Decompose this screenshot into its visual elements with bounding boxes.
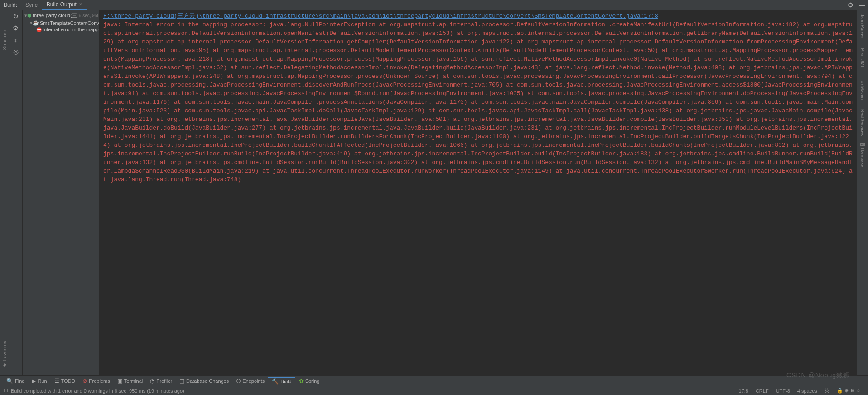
structure-tool[interactable]: Structure xyxy=(2,30,7,50)
db-icon: ◫ xyxy=(179,378,184,384)
status-right-icons[interactable]: 🔒 ⊕ 🖥 ☆ xyxy=(833,388,864,394)
tree-file[interactable]: ▾ ☕ SmsTemplateContentConvert.ja xyxy=(24,19,98,26)
status-bar: ☐ Build completed with 1 error and 0 war… xyxy=(0,386,868,395)
tab-sync[interactable]: Sync xyxy=(21,1,42,9)
build-tab-bar: Build: Sync Build Output× ⚙ — xyxy=(0,0,868,10)
error-icon: ⛔ xyxy=(36,27,42,32)
terminal-icon: ▣ xyxy=(117,378,122,384)
profiler-icon: ◔ xyxy=(150,378,154,384)
caret-position[interactable]: 17:8 xyxy=(735,388,752,394)
filter-icon[interactable]: ⚙ xyxy=(13,24,19,32)
build-output-console[interactable]: H:\three-party-cloud(三方云)\three-party-cl… xyxy=(100,10,856,375)
restservices-tool[interactable]: RestServices xyxy=(860,109,865,136)
encoding[interactable]: UTF-8 xyxy=(772,388,794,394)
hammer-icon: 🔨 xyxy=(272,378,279,385)
minimize-icon[interactable]: — xyxy=(856,1,868,9)
build-toolbar: ↻ ⚙ ↕ ◎ xyxy=(9,10,23,375)
status-message: Build completed with 1 error and 0 warni… xyxy=(11,388,735,394)
database-tool[interactable]: 🗄 Database xyxy=(860,142,865,168)
expand-icon[interactable]: ↕ xyxy=(14,36,17,43)
maven-tool[interactable]: m Maven xyxy=(860,81,865,100)
spring-icon: ✿ xyxy=(299,378,304,384)
build-tool[interactable]: 🔨Build xyxy=(268,377,295,385)
ime-status[interactable]: 英 xyxy=(821,387,833,394)
module-icon: ⬢ xyxy=(27,13,32,19)
bottom-tool-bar: 🔍Find ▶Run ☲TODO ⊘Problems ▣Terminal ◔Pr… xyxy=(0,375,868,386)
warning-icon: ⊘ xyxy=(82,378,87,384)
error-path-link[interactable]: H:\three-party-cloud(三方云)\three-party-cl… xyxy=(103,13,658,19)
jsonparser-tool[interactable]: Json Parser xyxy=(860,14,865,38)
gear-icon[interactable]: ⚙ xyxy=(845,1,856,9)
endpoints-tool[interactable]: ⬡Endpoints xyxy=(232,378,268,384)
right-tool-strip: Json Parser PlantUML m Maven RestService… xyxy=(856,10,868,375)
build-label: Build: xyxy=(4,2,17,8)
build-tree: ▾ ⬢ three-party-cloud(三 6 sec, 950 ms ▾ … xyxy=(23,10,100,375)
todo-icon: ☲ xyxy=(54,378,59,384)
line-separator[interactable]: CRLF xyxy=(752,388,772,394)
spring-tool[interactable]: ✿Spring xyxy=(295,378,323,384)
todo-tool[interactable]: ☲TODO xyxy=(51,378,79,384)
close-icon[interactable]: × xyxy=(79,1,82,8)
left-tool-strip: Structure ★ Favorites xyxy=(0,10,9,375)
search-icon: 🔍 xyxy=(6,378,13,384)
problems-tool[interactable]: ⊘Problems xyxy=(79,378,113,384)
tree-error[interactable]: ⛔ Internal error in the mapping xyxy=(24,26,98,33)
status-icon: ☐ xyxy=(4,388,8,394)
run-tool[interactable]: ▶Run xyxy=(28,378,50,384)
rerun-icon[interactable]: ↻ xyxy=(13,13,19,20)
find-tool[interactable]: 🔍Find xyxy=(3,378,28,384)
profiler-tool[interactable]: ◔Profiler xyxy=(146,378,176,384)
plantuml-tool[interactable]: PlantUML xyxy=(860,48,865,68)
tree-root[interactable]: ▾ ⬢ three-party-cloud(三 6 sec, 950 ms xyxy=(24,12,98,19)
tab-build-output[interactable]: Build Output× xyxy=(42,0,87,10)
target-icon[interactable]: ◎ xyxy=(13,48,19,55)
stack-trace: java: Internal error in the mapping proc… xyxy=(103,20,853,184)
endpoints-icon: ⬡ xyxy=(236,378,241,384)
favorites-tool[interactable]: ★ Favorites xyxy=(2,341,8,367)
java-file-icon: ☕ xyxy=(33,20,39,26)
dbchanges-tool[interactable]: ◫Database Changes xyxy=(176,378,232,384)
indent[interactable]: 4 spaces xyxy=(794,388,821,394)
play-icon: ▶ xyxy=(32,378,36,384)
terminal-tool[interactable]: ▣Terminal xyxy=(114,378,147,384)
